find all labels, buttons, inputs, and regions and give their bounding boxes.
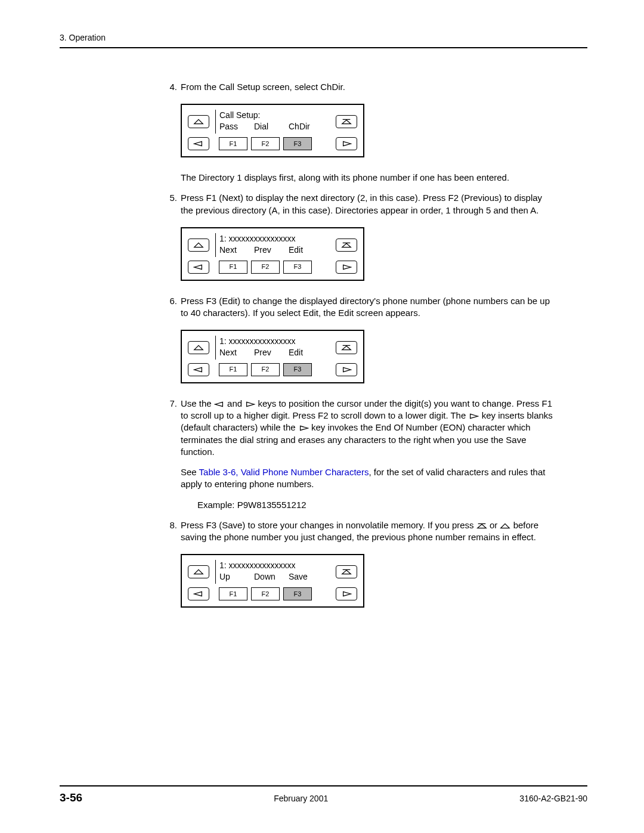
up-bar-icon[interactable] [336,115,357,128]
left-icon[interactable] [188,363,209,376]
step-5: 5. Press F1 (Next) to display the next d… [164,192,555,216]
step-number: 5. [164,192,181,216]
fkey-f3[interactable]: F3 [283,137,312,150]
lcd-line1: 1: xxxxxxxxxxxxxxxx [219,560,327,571]
fkey-f1[interactable]: F1 [219,363,247,376]
lcd-opt: Up [219,571,254,583]
lcd-opt: Save [289,571,323,583]
left-icon[interactable] [188,587,209,600]
fkey-f2[interactable]: F2 [251,137,280,150]
up-icon[interactable] [188,115,209,128]
lcd-screen: Call Setup: Pass Dial ChDir [215,110,330,134]
step-6: 6. Press F3 (Edit) to change the display… [164,295,555,320]
footer-date: February 2001 [274,794,328,803]
page-number: 3-56 [60,791,82,804]
step-4: 4. From the Call Setup screen, select Ch… [164,81,555,93]
fkey-f3[interactable]: F3 [283,261,312,274]
step-number: 6. [164,295,181,320]
table-link[interactable]: Table 3-6, Valid Phone Number Characters [199,467,369,477]
step-8: 8. Press F3 (Save) to store your changes… [164,519,555,544]
lcd-panel-4: 1: xxxxxxxxxxxxxxxx Up Down Save F1 F2 [181,554,364,608]
up-icon[interactable] [188,239,209,252]
page-footer: 3-56 February 2001 3160-A2-GB21-90 [60,785,587,804]
right-arrow-icon [298,425,309,431]
text-run: Use the [181,398,214,408]
left-arrow-icon [214,401,225,407]
fkey-f1[interactable]: F1 [219,587,247,600]
lcd-line1: Call Setup: [219,110,327,121]
up-arrow-icon [500,523,510,529]
step-number: 4. [164,81,181,93]
up-bar-icon[interactable] [336,341,357,354]
right-arrow-icon [244,401,255,407]
text-run: and [225,398,244,408]
step-text: Press F3 (Save) to store your changes in… [181,519,555,544]
right-arrow-icon [468,413,479,419]
lcd-line1: 1: xxxxxxxxxxxxxxxx [219,336,327,347]
up-icon[interactable] [188,565,209,578]
fkey-f2[interactable]: F2 [251,363,280,376]
lcd-opt: Down [254,571,289,583]
fkey-f1[interactable]: F1 [219,261,247,274]
content: 4. From the Call Setup screen, select Ch… [164,81,555,608]
page-header: 3. Operation [60,33,587,48]
lcd-opt: Prev [254,244,289,256]
lcd-screen: 1: xxxxxxxxxxxxxxxx Up Down Save [215,560,330,584]
step-number: 8. [164,519,181,544]
step-number: 7. [164,398,181,458]
lcd-screen: 1: xxxxxxxxxxxxxxxx Next Prev Edit [215,336,330,360]
lcd-opt: Prev [254,347,289,358]
fkey-f2[interactable]: F2 [251,261,280,274]
step-4-note: The Directory 1 displays first, along wi… [181,172,555,184]
text-run: See [181,467,199,477]
step-text: Press F1 (Next) to display the next dire… [181,192,555,216]
step-7-see: See Table 3-6, Valid Phone Number Charac… [181,466,555,491]
text-run: or [487,520,500,530]
fkey-f3[interactable]: F3 [283,363,312,376]
lcd-opt: Edit [289,244,323,256]
fkey-f1[interactable]: F1 [219,137,247,150]
doc-id: 3160-A2-GB21-90 [519,794,587,803]
step-text: From the Call Setup screen, select ChDir… [181,81,555,93]
lcd-opt: Edit [289,347,323,358]
lcd-opt: Pass [219,121,254,132]
text-run: Press F3 (Save) to store your changes in… [181,520,476,530]
lcd-opt: Next [219,244,254,256]
lcd-panel-1: Call Setup: Pass Dial ChDir F1 F2 [181,104,364,157]
up-bar-icon[interactable] [336,239,357,252]
up-bar-icon[interactable] [336,565,357,578]
step-text: Press F3 (Edit) to change the displayed … [181,295,555,320]
lcd-opt: ChDir [289,121,323,132]
lcd-panel-3: 1: xxxxxxxxxxxxxxxx Next Prev Edit F1 F2 [181,330,364,383]
lcd-screen: 1: xxxxxxxxxxxxxxxx Next Prev Edit [215,233,330,257]
up-bar-arrow-icon [476,523,487,529]
lcd-opt: Next [219,347,254,358]
up-icon[interactable] [188,341,209,354]
right-icon[interactable] [336,261,357,274]
fkey-f2[interactable]: F2 [251,587,280,600]
lcd-opt: Dial [254,121,289,132]
step-7-example: Example: P9W8135551212 [197,499,555,511]
step-7: 7. Use the and keys to position the curs… [164,398,555,458]
fkey-f3[interactable]: F3 [283,587,312,600]
step-text: Use the and keys to position the cursor … [181,398,555,458]
lcd-line1: 1: xxxxxxxxxxxxxxxx [219,233,327,244]
left-icon[interactable] [188,261,209,274]
left-icon[interactable] [188,137,209,150]
right-icon[interactable] [336,587,357,600]
right-icon[interactable] [336,137,357,150]
lcd-panel-2: 1: xxxxxxxxxxxxxxxx Next Prev Edit F1 F2 [181,227,364,281]
right-icon[interactable] [336,363,357,376]
